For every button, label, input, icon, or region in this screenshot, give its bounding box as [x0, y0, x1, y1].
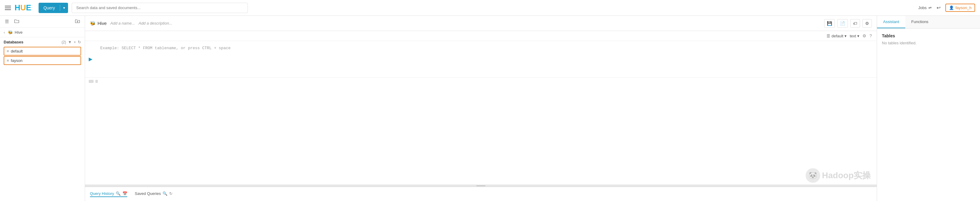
- sidebar-folder-button[interactable]: [13, 19, 21, 25]
- resize-indicator: [476, 185, 485, 186]
- tab-functions[interactable]: Functions: [905, 16, 934, 28]
- tables-title: Tables: [882, 33, 975, 38]
- tab-saved-queries[interactable]: Saved Queries 🔍 ↻: [135, 191, 173, 197]
- database-list: ≡ default ≡ fayson: [4, 47, 81, 65]
- code-editor-area: 1 Example: SELECT * FROM tablename, or p…: [85, 41, 877, 185]
- logo-text: H: [14, 3, 21, 13]
- type-selector[interactable]: text ▾: [850, 34, 859, 38]
- content-area: 🐝 Hive Add a name... Add a description..…: [85, 16, 877, 201]
- add-database-button[interactable]: +: [73, 40, 76, 44]
- query-button-group: Query ▾: [38, 3, 68, 13]
- db-caret-icon: ▾: [845, 34, 846, 38]
- jobs-filter-icon: ⇌: [928, 5, 932, 10]
- sidebar-databases: Databases (2) ▼ + ↻ ≡ default ≡ fayson: [0, 37, 85, 67]
- tab-query-history[interactable]: Query History 🔍 📅: [90, 191, 127, 197]
- database-label-default: default: [11, 49, 23, 54]
- type-label: text: [850, 34, 856, 38]
- editor-header-right: 💾 📄 🏷 ⚙: [824, 19, 872, 28]
- hive-nav-label: Hive: [14, 30, 22, 35]
- right-panel-content: Tables No tables identified.: [877, 28, 980, 201]
- sidebar-layers-button[interactable]: ☰: [4, 18, 10, 25]
- new-doc-icon: 📄: [840, 21, 845, 26]
- tab-assistant[interactable]: Assistant: [877, 16, 905, 28]
- editor-help-button[interactable]: ?: [869, 33, 872, 38]
- bottom-bar-icon-2: [95, 80, 98, 83]
- database-item-fayson[interactable]: ≡ fayson: [4, 56, 81, 65]
- history-button[interactable]: ↩: [937, 5, 940, 11]
- editor-gear-button[interactable]: ⚙: [862, 33, 866, 38]
- jobs-link[interactable]: Jobs ⇌: [918, 5, 932, 10]
- editor-bottom-bar: [85, 78, 877, 85]
- query-history-label: Query History: [90, 191, 114, 196]
- search-icon[interactable]: 🔍: [116, 191, 121, 196]
- hive-bee-icon: 🐝: [90, 21, 96, 26]
- databases-header: Databases (2) ▼ + ↻: [4, 40, 81, 44]
- nav-right: Jobs ⇌ ↩ 👤 fayson_h: [918, 4, 975, 12]
- database-icon-2: ≡: [7, 58, 9, 63]
- calendar-icon[interactable]: 📅: [123, 191, 127, 196]
- database-item-default[interactable]: ≡ default: [4, 47, 81, 55]
- filter-button[interactable]: ▼: [68, 40, 72, 44]
- hive-icon: 🐝: [8, 30, 13, 35]
- sidebar: ☰ ‹ 🐝 Hive Databases: [0, 16, 85, 201]
- query-dropdown-button[interactable]: ▾: [60, 3, 68, 13]
- databases-count: (2) ▼ + ↻: [62, 40, 81, 44]
- refresh-icon[interactable]: ↻: [169, 191, 173, 196]
- hamburger-button[interactable]: [5, 6, 11, 10]
- sidebar-toolbar: ☰: [0, 16, 85, 28]
- editor-toolbar: ☰ default ▾ text ▾ ⚙ ?: [85, 31, 877, 41]
- add-description-button[interactable]: Add a description...: [138, 21, 172, 25]
- search-icon-2[interactable]: 🔍: [162, 191, 167, 196]
- bottom-bar-icon: [89, 80, 94, 83]
- tag-icon: 🏷: [853, 21, 857, 26]
- run-query-button[interactable]: ▶: [89, 56, 92, 62]
- search-input[interactable]: [72, 3, 248, 13]
- code-placeholder-text: Example: SELECT * FROM tablename, or pre…: [100, 46, 231, 51]
- type-caret-icon: ▾: [857, 34, 859, 38]
- databases-title: Databases: [4, 40, 23, 44]
- db-selector[interactable]: ☰ default ▾: [827, 34, 846, 38]
- settings-icon: ⚙: [865, 21, 869, 26]
- query-editor-section: ☰ default ▾ text ▾ ⚙ ? 1 Example: SELECT…: [85, 31, 877, 187]
- logo-e-text: E: [26, 3, 31, 13]
- new-doc-button[interactable]: 📄: [837, 19, 848, 28]
- bottom-tabs: Query History 🔍 📅 Saved Queries 🔍 ↻: [85, 187, 877, 201]
- right-panel: Assistant Functions Tables No tables ide…: [877, 16, 980, 201]
- user-label: fayson_h: [955, 5, 972, 10]
- main-layout: ☰ ‹ 🐝 Hive Databases: [0, 16, 980, 201]
- save-icon: 💾: [827, 21, 832, 26]
- sidebar-folder2-button[interactable]: [74, 19, 81, 25]
- logo-bee-icon: U: [21, 3, 26, 13]
- editor-settings-button[interactable]: ⚙: [862, 19, 872, 28]
- jobs-label: Jobs: [918, 5, 926, 10]
- db-layers-icon: ☰: [827, 34, 830, 38]
- right-panel-tabs: Assistant Functions: [877, 16, 980, 28]
- sidebar-hive-nav[interactable]: ‹ 🐝 Hive: [0, 28, 85, 37]
- logo: H U E: [14, 3, 31, 13]
- save-button[interactable]: 💾: [824, 19, 835, 28]
- add-name-button[interactable]: Add a name...: [110, 21, 135, 25]
- database-icon: ≡: [7, 49, 9, 54]
- refresh-databases-button[interactable]: ↻: [78, 40, 81, 44]
- database-label-fayson: fayson: [11, 58, 22, 63]
- user-badge[interactable]: 👤 fayson_h: [945, 4, 975, 12]
- code-editor[interactable]: Example: SELECT * FROM tablename, or pre…: [85, 41, 877, 78]
- back-arrow-icon: ‹: [4, 30, 5, 35]
- hive-tab-label: Hive: [97, 21, 107, 26]
- tag-button[interactable]: 🏷: [850, 19, 860, 28]
- count-label: (2): [62, 40, 66, 44]
- navbar: H U E Query ▾ Jobs ⇌ ↩ 👤 fayson_h: [0, 0, 980, 16]
- query-main-button[interactable]: Query: [38, 3, 60, 13]
- tables-empty-message: No tables identified.: [882, 41, 975, 45]
- saved-queries-label: Saved Queries: [135, 191, 161, 196]
- db-selector-label: default: [832, 34, 843, 38]
- editor-header: 🐝 Hive Add a name... Add a description..…: [85, 16, 877, 31]
- hive-tab: 🐝 Hive: [90, 21, 107, 26]
- user-icon: 👤: [949, 5, 954, 10]
